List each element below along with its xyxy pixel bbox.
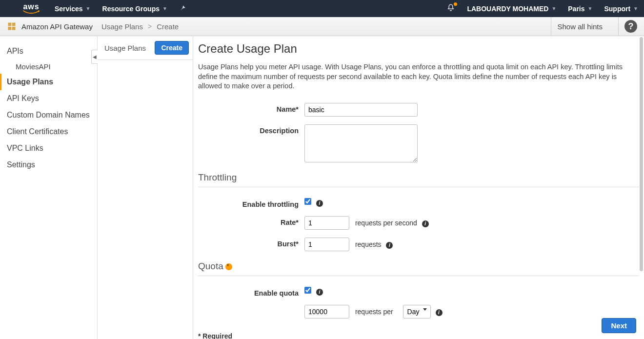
- quota-period-select[interactable]: Day: [403, 305, 431, 319]
- info-icon[interactable]: i: [316, 289, 323, 296]
- label-enable-throttling: Enable throttling: [198, 198, 304, 208]
- breadcrumb-bar: Amazon API Gateway Usage Plans > Create …: [0, 17, 644, 36]
- sidebar-item-settings[interactable]: Settings: [0, 157, 97, 173]
- rate-input[interactable]: [304, 216, 349, 230]
- svg-rect-0: [8, 23, 12, 26]
- label-burst: Burst*: [198, 238, 304, 248]
- main-layout: APIs MoviesAPI Usage Plans API Keys Cust…: [0, 36, 644, 339]
- help-icon[interactable]: ?: [624, 20, 637, 33]
- breadcrumb-service[interactable]: Amazon API Gateway: [21, 22, 93, 31]
- breadcrumb-page[interactable]: Create: [157, 22, 179, 31]
- service-cube-icon: [7, 21, 17, 31]
- burst-suffix: requests: [355, 240, 382, 248]
- collapse-panel-icon[interactable]: ◀: [91, 50, 98, 64]
- name-input[interactable]: [304, 103, 418, 117]
- sidebar-item-usage-plans[interactable]: Usage Plans: [0, 74, 97, 90]
- quota-suffix: requests per: [355, 308, 393, 316]
- pin-icon[interactable]: [179, 4, 186, 13]
- svg-rect-2: [8, 27, 12, 30]
- scrollbar[interactable]: [640, 37, 643, 271]
- secondary-panel-title: Usage Plans: [104, 44, 146, 52]
- sidebar-item-client-certs[interactable]: Client Certificates: [0, 123, 97, 140]
- nav-support[interactable]: Support▼: [604, 5, 638, 13]
- chevron-down-icon: ▼: [86, 6, 91, 11]
- divider: [618, 17, 619, 36]
- chevron-down-icon: ▼: [162, 6, 167, 11]
- sidebar: APIs MoviesAPI Usage Plans API Keys Cust…: [0, 36, 98, 339]
- svg-rect-3: [12, 27, 16, 30]
- rate-suffix: requests per second: [355, 219, 417, 227]
- quota-badge-icon: [225, 263, 232, 270]
- sidebar-item-vpc-links[interactable]: VPC Links: [0, 140, 97, 157]
- secondary-panel-header: Usage Plans Create: [98, 36, 193, 60]
- next-button[interactable]: Next: [602, 318, 636, 333]
- sidebar-item-moviesapi[interactable]: MoviesAPI: [0, 60, 97, 74]
- aws-smile-icon: [22, 10, 40, 14]
- show-hints-link[interactable]: Show all hints: [557, 22, 603, 31]
- breadcrumb-section[interactable]: Usage Plans: [101, 22, 143, 31]
- sidebar-item-apis[interactable]: APIs: [0, 43, 97, 60]
- divider: [551, 17, 551, 36]
- chevron-down-icon: ▼: [551, 6, 556, 11]
- nav-services[interactable]: Services▼: [55, 5, 91, 13]
- breadcrumb-separator: >: [148, 22, 152, 30]
- info-icon[interactable]: i: [386, 242, 393, 249]
- page-description: Usage Plans help you meter API usage. Wi…: [198, 62, 639, 91]
- label-description: Description: [198, 124, 304, 135]
- enable-quota-checkbox[interactable]: [304, 287, 311, 294]
- label-enable-quota: Enable quota: [198, 287, 304, 297]
- label-rate: Rate*: [198, 216, 304, 226]
- nav-account[interactable]: LABOUARDY MOHAMED▼: [467, 5, 556, 13]
- section-throttling: Throttling: [198, 172, 639, 187]
- aws-logo[interactable]: aws: [22, 3, 40, 14]
- quota-value-input[interactable]: [304, 305, 349, 319]
- label-name: Name*: [198, 103, 304, 113]
- nav-resource-groups[interactable]: Resource Groups▼: [102, 5, 167, 13]
- notification-dot-icon: [454, 2, 457, 6]
- info-icon[interactable]: i: [316, 200, 323, 207]
- page-title: Create Usage Plan: [198, 42, 639, 56]
- burst-input[interactable]: [304, 238, 349, 251]
- section-quota: Quota: [198, 261, 639, 276]
- info-icon[interactable]: i: [436, 309, 443, 316]
- create-button[interactable]: Create: [155, 41, 189, 55]
- nav-region[interactable]: Paris▼: [568, 5, 592, 13]
- secondary-panel: ◀ Usage Plans Create: [98, 36, 193, 339]
- form-area: Create Usage Plan Usage Plans help you m…: [193, 36, 644, 339]
- svg-rect-1: [12, 23, 16, 26]
- label-quota-empty: [198, 305, 304, 307]
- info-icon[interactable]: i: [422, 220, 429, 227]
- chevron-down-icon: ▼: [633, 6, 638, 11]
- sidebar-item-api-keys[interactable]: API Keys: [0, 90, 97, 107]
- sidebar-item-custom-domains[interactable]: Custom Domain Names: [0, 107, 97, 123]
- notifications-icon[interactable]: [446, 3, 455, 14]
- required-note: * Required: [198, 332, 639, 339]
- enable-throttling-checkbox[interactable]: [304, 198, 311, 205]
- description-textarea[interactable]: [304, 124, 418, 162]
- chevron-down-icon: ▼: [588, 6, 593, 11]
- top-nav: aws Services▼ Resource Groups▼ LABOUARDY…: [0, 0, 644, 17]
